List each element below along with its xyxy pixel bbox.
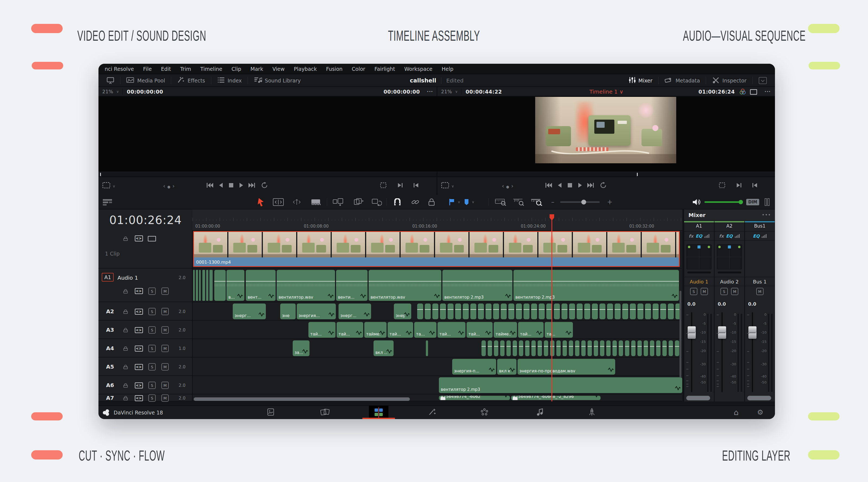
panel-toggle-button[interactable] (753, 74, 773, 87)
strip-label[interactable]: Audio 2 (714, 277, 744, 286)
metadata-button[interactable]: Metadata (659, 74, 706, 87)
audio-clip-sliver[interactable] (206, 270, 208, 301)
dynamics-icon[interactable] (762, 234, 767, 238)
audio-clip[interactable] (556, 340, 561, 356)
go-to-out-icon[interactable] (397, 183, 403, 189)
color-managed-icon[interactable] (739, 88, 746, 96)
audio-clip[interactable]: энергия-п... (452, 359, 496, 374)
right-viewer-scrub-bar[interactable] (437, 172, 775, 177)
dynamic-trim-mode-icon[interactable] (290, 197, 304, 208)
menu-trim[interactable]: Trim (176, 64, 195, 74)
mute-button[interactable]: M (161, 394, 169, 402)
audio-clip-sliver[interactable] (196, 270, 198, 301)
mixer-button[interactable]: Mixer (623, 74, 659, 87)
menu-clip[interactable]: Clip (227, 64, 246, 74)
audio-clip[interactable] (619, 340, 623, 356)
audio-clip[interactable] (488, 340, 492, 356)
page-tab-fairlight[interactable] (530, 406, 550, 419)
auto-select-icon[interactable]: <> (135, 345, 143, 352)
audio-clip[interactable] (426, 340, 428, 356)
marker-chevron-icon[interactable]: ∨ (471, 197, 475, 208)
fader-track[interactable] (752, 312, 753, 392)
audio-clip-sliver[interactable] (209, 270, 213, 301)
effects-button[interactable]: Effects (171, 74, 211, 87)
audio-clip[interactable] (425, 303, 431, 319)
mute-button[interactable]: M (161, 382, 169, 389)
left-viewer-scrub-bar[interactable] (98, 172, 437, 177)
audio-clip[interactable] (625, 340, 629, 356)
mute-button[interactable]: M (731, 288, 738, 295)
auto-select-icon[interactable]: <> (135, 383, 143, 388)
menu-color[interactable]: Color (347, 64, 370, 74)
lock-icon[interactable] (123, 347, 128, 351)
audio-clip[interactable] (525, 340, 529, 356)
timeline-view-options-icon[interactable] (101, 197, 114, 208)
selection-tool-icon[interactable] (255, 197, 266, 208)
playhead-line[interactable] (552, 216, 552, 401)
zoom-level[interactable]: 21% (441, 89, 452, 94)
timeline-horizontal-scrollbar[interactable] (194, 397, 410, 401)
mute-button[interactable]: M (161, 326, 169, 334)
linked-selection-icon[interactable] (410, 197, 421, 208)
audio-clip[interactable] (600, 340, 604, 356)
zoom-level[interactable]: 21% (102, 89, 113, 94)
eq-button[interactable]: EQ (726, 234, 733, 239)
audio-clip[interactable]: 4756498774_-6062 (439, 396, 510, 400)
audio-clip[interactable]: тай... (337, 322, 363, 338)
solo-button[interactable]: S (720, 288, 728, 295)
auto-select-icon[interactable]: <> (135, 309, 143, 314)
home-button[interactable]: ⌂ (734, 408, 739, 417)
viewer-mode-icon[interactable] (441, 182, 449, 190)
skip-start-icon[interactable] (545, 182, 552, 189)
menu-timeline[interactable]: Timeline (196, 64, 227, 74)
auto-select-icon[interactable]: <> (135, 395, 143, 401)
audio-clip[interactable] (493, 303, 499, 319)
audio-clip[interactable] (531, 303, 537, 319)
stop-icon[interactable] (567, 183, 572, 189)
play-icon[interactable] (578, 182, 583, 189)
audio-clip[interactable]: вентилятор 2.mp3 (442, 270, 513, 301)
match-frame-icon[interactable] (380, 182, 386, 189)
audio-clip[interactable]: венти... (336, 270, 368, 301)
trim-edit-mode-icon[interactable] (272, 197, 285, 208)
timeline-selector[interactable]: Timeline 1 ∨ (589, 88, 623, 95)
audio-clip[interactable] (482, 340, 486, 356)
zoom-custom-icon[interactable] (530, 197, 543, 208)
audio-clip[interactable]: энерг... (339, 303, 371, 319)
audio-clip[interactable] (607, 303, 613, 319)
go-to-out-icon[interactable] (736, 183, 742, 189)
strip-label[interactable]: Bus 1 (745, 277, 775, 286)
eq-button[interactable]: EQ (695, 234, 702, 239)
audio-clip[interactable] (554, 303, 560, 319)
audio-clip[interactable] (524, 303, 529, 319)
solo-button[interactable]: S (148, 394, 156, 402)
page-tab-fusion[interactable] (423, 406, 442, 419)
audio-clip[interactable] (575, 340, 579, 356)
audio-clip[interactable] (447, 303, 454, 319)
audio-clip[interactable] (584, 303, 590, 319)
skip-end-icon[interactable] (248, 182, 255, 189)
overwrite-clip-icon[interactable] (352, 197, 365, 208)
scrub-position-marker[interactable] (637, 173, 638, 176)
audio-clip[interactable]: вкл к... (497, 359, 517, 374)
menu-workspace[interactable]: Workspace (400, 64, 437, 74)
menu-nci-resolve[interactable]: nci Resolve (100, 64, 138, 74)
audio-clip[interactable] (638, 303, 643, 319)
timeline-vertical-scrollbar[interactable] (680, 291, 681, 378)
dynamics-icon[interactable] (705, 234, 709, 238)
audio-clip[interactable]: та... (414, 322, 436, 338)
filmstrip-icon[interactable] (148, 236, 156, 241)
clip-display-mode-icon[interactable] (102, 182, 111, 190)
audio-clip[interactable]: 4756498774_-60648_-2_8296 (511, 396, 600, 400)
audio-clip-sliver[interactable] (193, 270, 195, 301)
marker-icon[interactable] (463, 197, 470, 208)
audio-clip[interactable] (550, 340, 554, 356)
audio-clip[interactable] (599, 303, 606, 319)
audio-clip[interactable] (506, 340, 511, 356)
go-to-in-icon[interactable] (413, 183, 419, 189)
audio-clip[interactable] (513, 340, 517, 356)
audio-clip[interactable]: та... (545, 322, 573, 338)
index-button[interactable]: Index (211, 74, 248, 87)
mode-chevron-icon[interactable]: ∨ (452, 183, 454, 188)
audio-clip[interactable] (569, 303, 575, 319)
